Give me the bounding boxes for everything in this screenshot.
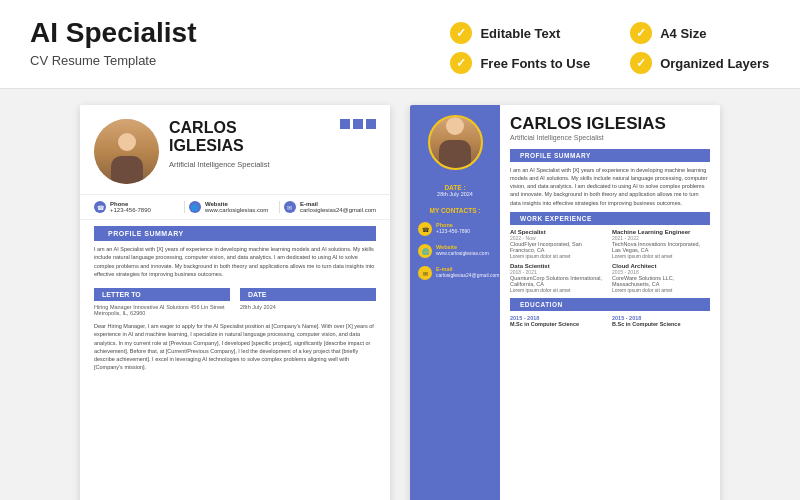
cv2-work-entry-1: AI Specialist 2022 - Now CloudFlyer Inco… bbox=[510, 229, 608, 259]
cv2-date-value: 28th July 2024 bbox=[437, 191, 473, 197]
cv2-edu-degree-2: B.Sc in Computer Science bbox=[612, 321, 710, 327]
cv1-letter-text: Dear Hiring Manager, I am eager to apply… bbox=[80, 322, 390, 378]
cv2-edu-label: EDUCATION bbox=[510, 298, 710, 311]
cv2-website-icon: 🌐 bbox=[418, 244, 432, 258]
cv2-photo bbox=[428, 115, 483, 170]
cv1-letter-col: LETTER TO Hiring Manager Innovative AI S… bbox=[94, 288, 230, 316]
cv2-profile-text: I am an AI Specialist with [X] years of … bbox=[510, 166, 710, 207]
feature-organized-layers: Organized Layers bbox=[630, 52, 770, 74]
email-value: carlosiglesias24@gmail.com bbox=[300, 207, 376, 213]
cv1-name-line1: CARLOS bbox=[169, 119, 244, 137]
email-icon: ✉ bbox=[284, 201, 296, 213]
cv2-edu-degree-1: M.Sc in Computer Science bbox=[510, 321, 608, 327]
cv1-squares bbox=[340, 119, 376, 129]
cv2-work-label: WORK EXPERIENCE bbox=[510, 212, 710, 225]
cv2-main: CARLOS IGLESIAS Artificial Intelligence … bbox=[500, 105, 720, 500]
cv2-work-company-2: TechNova Innovations Incorporated, Las V… bbox=[612, 241, 710, 253]
cv2-sidebar: DATE : 28th July 2024 MY CONTACTS : ☎ Ph… bbox=[410, 105, 500, 500]
header-left: AI Specialist CV Resume Template bbox=[30, 18, 197, 68]
check-icon-fonts bbox=[450, 52, 472, 74]
header: AI Specialist CV Resume Template Editabl… bbox=[0, 0, 800, 89]
cv2-layout: DATE : 28th July 2024 MY CONTACTS : ☎ Ph… bbox=[410, 105, 720, 500]
cv2-work-desc-3: Lorem ipsum dolor sit amet bbox=[510, 287, 608, 293]
feature-label-a4: A4 Size bbox=[660, 26, 706, 41]
cv2-phone-value: +123-456-7890 bbox=[436, 228, 470, 235]
cv2-profile-label: PROFILE SUMMARY bbox=[510, 149, 710, 162]
feature-editable-text: Editable Text bbox=[450, 22, 590, 44]
cv2-website-entry: 🌐 Website www.carlosiglesias.com bbox=[418, 244, 492, 258]
cv1-contact-email: ✉ E-mail carlosiglesias24@gmail.com bbox=[284, 201, 376, 213]
cv2-work-entry-2: Machine Learning Engineer 2021 - 2022 Te… bbox=[612, 229, 710, 259]
cv2-phone-icon: ☎ bbox=[418, 222, 432, 236]
cv2-date-label: DATE : bbox=[444, 184, 465, 191]
cv1-role: Artificial Intelligence Specialist bbox=[169, 160, 376, 169]
cv1-square-1 bbox=[340, 119, 350, 129]
cv2-role: Artificial Intelligence Specialist bbox=[510, 134, 710, 141]
cv1-date-label: DATE bbox=[240, 288, 376, 301]
cv1-date-value: 28th July 2024 bbox=[240, 304, 376, 310]
cv2-name: CARLOS IGLESIAS bbox=[510, 115, 710, 134]
sub-title: CV Resume Template bbox=[30, 53, 197, 68]
cv1-name-area: CARLOS IGLESIAS Artificial Intelligence … bbox=[169, 119, 376, 169]
cv2-email-value: carlosiglesias24@gmail.com bbox=[436, 272, 499, 279]
cv-preview-2: DATE : 28th July 2024 MY CONTACTS : ☎ Ph… bbox=[410, 105, 720, 500]
cv2-email-entry: ✉ E-mail carlosiglesias24@gmail.com bbox=[418, 266, 492, 280]
cv2-website-value: www.carlosiglesias.com bbox=[436, 250, 489, 257]
cv1-photo bbox=[94, 119, 159, 184]
cv1-profile-label: PROFILE SUMMARY bbox=[94, 226, 376, 241]
feature-label-editable: Editable Text bbox=[480, 26, 560, 41]
cv1-letter-value: Hiring Manager Innovative AI Solutions 4… bbox=[94, 304, 230, 316]
cv1-contact-website: 🌐 Website www.carlosiglesias.com bbox=[189, 201, 275, 213]
cv2-work-company-1: CloudFlyer Incorporated, San Francisco, … bbox=[510, 241, 608, 253]
cv1-letter-label: LETTER TO bbox=[94, 288, 230, 301]
phone-icon: ☎ bbox=[94, 201, 106, 213]
check-icon-editable bbox=[450, 22, 472, 44]
page-container: AI Specialist CV Resume Template Editabl… bbox=[0, 0, 800, 500]
website-icon: 🌐 bbox=[189, 201, 201, 213]
main-title: AI Specialist bbox=[30, 18, 197, 49]
header-features: Editable Text A4 Size Free Fonts to Use … bbox=[450, 18, 770, 74]
cv2-work-desc-2: Lorem ipsum dolor sit amet bbox=[612, 253, 710, 259]
feature-free-fonts: Free Fonts to Use bbox=[450, 52, 590, 74]
cv1-name-line2: IGLESIAS bbox=[169, 137, 244, 155]
cv2-work-company-4: CoreWare Solutions LLC, Massachusetts, C… bbox=[612, 275, 710, 287]
cv1-date-col: DATE 28th July 2024 bbox=[240, 288, 376, 316]
cv2-work-entry-3: Data Scientist 2018 - 2021 QuantumCorp S… bbox=[510, 263, 608, 293]
cv-preview-1: CARLOS IGLESIAS Artificial Intelligence … bbox=[80, 105, 390, 500]
cv2-edu-entry-2: 2015 - 2018 B.Sc in Computer Science bbox=[612, 315, 710, 327]
phone-value: +123-456-7890 bbox=[110, 207, 151, 213]
cv1-letter-date-row: LETTER TO Hiring Manager Innovative AI S… bbox=[80, 284, 390, 322]
cv1-divider-1 bbox=[184, 201, 185, 213]
cv2-work-desc-4: Lorem ipsum dolor sit amet bbox=[612, 287, 710, 293]
cv2-phone-entry: ☎ Phone +123-456-7890 bbox=[418, 222, 492, 236]
cv1-square-3 bbox=[366, 119, 376, 129]
feature-label-fonts: Free Fonts to Use bbox=[480, 56, 590, 71]
cv2-work-desc-1: Lorem ipsum dolor sit amet bbox=[510, 253, 608, 259]
check-icon-a4 bbox=[630, 22, 652, 44]
cv1-contact-phone: ☎ Phone +123-456-7890 bbox=[94, 201, 180, 213]
content-area: CARLOS IGLESIAS Artificial Intelligence … bbox=[0, 89, 800, 500]
cv2-work-company-3: QuantumCorp Solutions International, Cal… bbox=[510, 275, 608, 287]
website-value: www.carlosiglesias.com bbox=[205, 207, 268, 213]
feature-a4-size: A4 Size bbox=[630, 22, 770, 44]
check-icon-layers bbox=[630, 52, 652, 74]
cv1-square-2 bbox=[353, 119, 363, 129]
cv2-edu-entry-1: 2015 - 2018 M.Sc in Computer Science bbox=[510, 315, 608, 327]
cv2-work-entry-4: Cloud Architect 2015 - 2018 CoreWare Sol… bbox=[612, 263, 710, 293]
cv1-contact-bar: ☎ Phone +123-456-7890 🌐 Website www.carl… bbox=[80, 194, 390, 220]
cv1-profile-text: I am an AI Specialist with [X] years of … bbox=[80, 245, 390, 284]
cv1-divider-2 bbox=[279, 201, 280, 213]
feature-label-layers: Organized Layers bbox=[660, 56, 769, 71]
cv2-email-icon: ✉ bbox=[418, 266, 432, 280]
cv2-edu-grid: 2015 - 2018 M.Sc in Computer Science 201… bbox=[510, 315, 710, 327]
cv2-contacts-label: MY CONTACTS : bbox=[429, 207, 480, 214]
cv1-header: CARLOS IGLESIAS Artificial Intelligence … bbox=[80, 105, 390, 194]
cv2-work-grid: AI Specialist 2022 - Now CloudFlyer Inco… bbox=[510, 229, 710, 293]
